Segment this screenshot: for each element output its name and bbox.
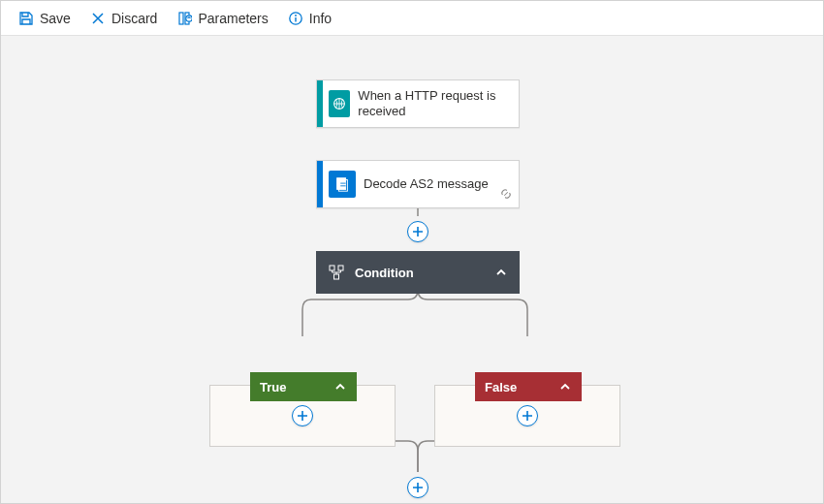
- trigger-label: When a HTTP request is received: [350, 80, 519, 128]
- add-true-action-button[interactable]: [292, 405, 313, 426]
- branch-true-container[interactable]: True: [209, 385, 396, 447]
- info-icon: [288, 11, 303, 26]
- branch-true-label: True: [260, 380, 286, 394]
- chevron-up-icon[interactable]: [558, 380, 572, 394]
- chevron-up-icon[interactable]: [333, 380, 347, 394]
- document-icon: [329, 171, 356, 198]
- connection-icon: [499, 187, 513, 204]
- save-label: Save: [40, 11, 71, 26]
- add-step-after-condition-button[interactable]: [407, 477, 428, 498]
- chevron-up-icon[interactable]: [494, 266, 508, 279]
- parameters-icon: [176, 11, 192, 26]
- svg-point-2: [186, 15, 192, 20]
- add-false-action-button[interactable]: [517, 405, 538, 426]
- save-icon: [18, 11, 34, 26]
- condition-icon: [328, 264, 345, 281]
- condition-label: Condition: [355, 266, 414, 280]
- svg-point-4: [295, 15, 297, 16]
- action-decode-as2[interactable]: Decode AS2 message: [316, 160, 520, 208]
- branch-true-header[interactable]: True: [250, 372, 357, 401]
- discard-button[interactable]: Discard: [80, 1, 167, 36]
- parameters-button[interactable]: Parameters: [167, 1, 277, 36]
- designer-canvas[interactable]: When a HTTP request is received Decode A…: [1, 36, 823, 503]
- parameters-label: Parameters: [198, 11, 268, 26]
- svg-rect-0: [179, 13, 183, 24]
- svg-rect-15: [338, 266, 343, 270]
- svg-rect-5: [295, 17, 296, 22]
- branch-false-header[interactable]: False: [475, 372, 582, 401]
- info-button[interactable]: Info: [278, 1, 341, 36]
- svg-rect-14: [330, 266, 334, 270]
- svg-rect-16: [334, 274, 339, 279]
- trigger-http-request[interactable]: When a HTTP request is received: [316, 79, 520, 128]
- save-button[interactable]: Save: [9, 1, 80, 36]
- http-icon: [329, 90, 350, 117]
- add-step-button[interactable]: [407, 221, 428, 242]
- close-icon: [90, 11, 106, 26]
- condition-card[interactable]: Condition: [316, 251, 520, 294]
- discard-label: Discard: [111, 11, 157, 26]
- toolbar: Save Discard Parameters Info: [1, 1, 823, 36]
- branch-false-container[interactable]: False: [434, 385, 620, 447]
- branch-false-label: False: [485, 380, 517, 394]
- decode-stripe: [317, 161, 323, 207]
- decode-label: Decode AS2 message: [356, 169, 498, 200]
- trigger-stripe: [317, 80, 323, 127]
- info-label: Info: [309, 11, 332, 26]
